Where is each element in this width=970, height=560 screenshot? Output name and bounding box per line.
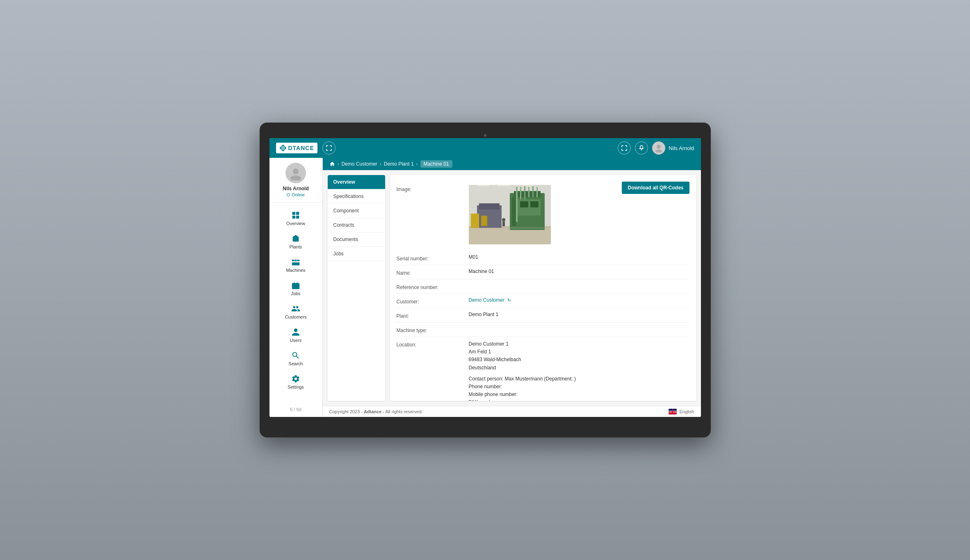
svg-rect-16 (528, 187, 530, 197)
svg-point-1 (657, 145, 661, 149)
svg-rect-15 (524, 185, 525, 199)
svg-rect-28 (522, 185, 534, 186)
svg-rect-13 (516, 187, 518, 222)
user-name: Nils Arnold (669, 145, 694, 151)
profile-avatar (285, 163, 306, 183)
svg-rect-21 (471, 214, 479, 228)
serial-number-value: M01 (469, 254, 689, 260)
svg-point-4 (290, 175, 301, 180)
top-bar-left: DTANCE (276, 141, 336, 155)
flag-icon (669, 409, 677, 414)
sidebar-item-customers-label: Customers (285, 314, 306, 319)
svg-rect-11 (520, 201, 528, 207)
svg-rect-14 (520, 187, 521, 199)
menu-item-documents[interactable]: Documents (328, 232, 385, 247)
footer-brand: Adtance (364, 409, 381, 414)
customer-label: Customer: (397, 297, 462, 305)
svg-rect-26 (477, 185, 489, 186)
top-bar: DTANCE (269, 138, 701, 158)
left-menu: Overview Specifications Component Contra… (328, 175, 385, 401)
svg-point-3 (293, 168, 299, 174)
logo[interactable]: DTANCE (276, 143, 317, 153)
location-street: Am Feld 1 (469, 348, 576, 356)
user-info: Nils Arnold (652, 141, 694, 155)
svg-rect-24 (502, 221, 505, 226)
menu-item-jobs[interactable]: Jobs (328, 247, 385, 261)
sidebar-item-plants[interactable]: Plants (269, 231, 322, 253)
detail-section: Image: (397, 185, 689, 401)
plant-label: Plant: (397, 312, 462, 319)
footer-language[interactable]: English (669, 409, 694, 414)
location-country: Deutschland (469, 364, 576, 372)
svg-rect-0 (640, 146, 643, 149)
location-postal: 69483 Wald-Michelbach (469, 356, 576, 364)
plant-value: Demo Plant 1 (469, 312, 689, 317)
machine-image (469, 185, 551, 244)
language-label: English (679, 409, 694, 414)
menu-item-overview[interactable]: Overview (328, 175, 385, 189)
breadcrumb: › Demo Customer › Demo Plant 1 › Machine… (323, 158, 701, 170)
download-qr-button[interactable]: Download all QR-Codes (622, 182, 689, 194)
menu-item-contracts[interactable]: Contracts (328, 218, 385, 232)
content-area: › Demo Customer › Demo Plant 1 › Machine… (323, 158, 701, 417)
status-label: Online (292, 192, 305, 197)
name-row: Name: Machine 01 (397, 265, 689, 280)
image-label: Image: (397, 185, 462, 192)
location-block: Demo Customer 1 Am Feld 1 69483 Wald-Mic… (469, 340, 576, 401)
svg-rect-18 (536, 187, 538, 197)
svg-rect-27 (498, 185, 510, 186)
serial-number-row: Serial number: M01 (397, 251, 689, 265)
phone-number: Phone number: (469, 383, 576, 391)
location-row: Location: Demo Customer 1 Am Feld 1 6948… (397, 337, 689, 401)
breadcrumb-sep-3: › (416, 161, 418, 167)
sidebar-item-jobs[interactable]: Jobs (269, 278, 322, 299)
contact-person: Contact person: Max Mustermann (Departme… (469, 375, 576, 383)
breadcrumb-sep-1: › (338, 161, 339, 167)
status-indicator (287, 193, 290, 196)
name-value: Machine 01 (469, 269, 689, 274)
sidebar-item-settings-label: Settings (288, 385, 304, 389)
sidebar-profile: Nils Arnold Online (269, 163, 322, 203)
sidebar-item-search-label: Search (289, 361, 303, 366)
breadcrumb-demo-plant[interactable]: Demo Plant 1 (384, 161, 414, 167)
sidebar-item-users-label: Users (290, 338, 302, 343)
sidebar-item-machines[interactable]: Machines (269, 254, 322, 276)
sidebar-item-search[interactable]: Search (269, 348, 322, 369)
sidebar-item-overview[interactable]: Overview (269, 207, 322, 229)
refresh-icon: ↻ (507, 298, 511, 303)
customer-value[interactable]: Demo Customer ↻ (469, 297, 689, 303)
svg-point-23 (502, 218, 505, 221)
sidebar-item-overview-label: Overview (286, 221, 305, 226)
machine-type-row: Machine type: (397, 323, 689, 337)
microphone-icon[interactable] (635, 141, 648, 155)
reference-row: Reference number: (397, 280, 689, 294)
sidebar: Nils Arnold Online Overview (269, 158, 323, 417)
breadcrumb-sep-2: › (380, 161, 381, 167)
mobile-number: Mobile phone number: (469, 391, 576, 398)
sidebar-item-users[interactable]: Users (269, 324, 322, 346)
profile-status: Online (287, 192, 305, 197)
svg-rect-12 (530, 201, 539, 207)
svg-rect-9 (512, 197, 516, 226)
page-layout: Overview Specifications Component Contra… (323, 170, 701, 406)
main-content: Download all QR-Codes Image: (390, 175, 696, 401)
breadcrumb-machine[interactable]: Machine 01 (420, 160, 452, 168)
breadcrumb-demo-customer[interactable]: Demo Customer (342, 161, 377, 167)
profile-name: Nils Arnold (283, 186, 309, 191)
sidebar-item-settings[interactable]: Settings (269, 371, 322, 393)
main-layout: Nils Arnold Online Overview (269, 158, 701, 417)
svg-point-2 (655, 150, 662, 153)
sidebar-item-customers[interactable]: Customers (269, 301, 322, 323)
breadcrumb-home[interactable] (329, 161, 335, 167)
footer: Copyright 2023 - Adtance - All rights re… (323, 406, 701, 417)
menu-item-component[interactable]: Component (328, 204, 385, 218)
plant-row: Plant: Demo Plant 1 (397, 308, 689, 323)
footer-copyright: Copyright 2023 - Adtance - All rights re… (329, 409, 423, 414)
customer-row: Customer: Demo Customer ↻ (397, 294, 689, 308)
avatar (652, 141, 665, 155)
menu-item-specifications[interactable]: Specifications (328, 189, 385, 204)
fullscreen-icon[interactable] (618, 141, 631, 155)
reference-label: Reference number: (397, 283, 462, 290)
contact-info: Contact person: Max Mustermann (Departme… (469, 375, 576, 401)
expand-icon[interactable] (322, 141, 336, 155)
